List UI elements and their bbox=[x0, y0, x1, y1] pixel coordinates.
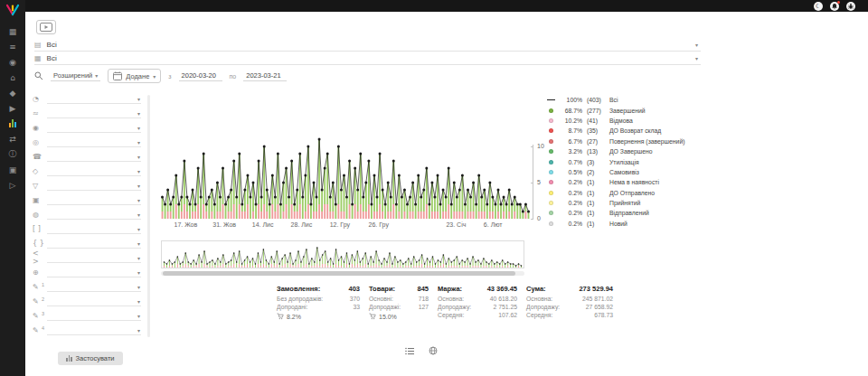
chevron-down-icon: ▾ bbox=[137, 197, 140, 203]
sidebar-item-video[interactable]: ▷ bbox=[0, 177, 25, 193]
legend-item[interactable]: 0.2%(1)Нема в наявності bbox=[546, 177, 741, 187]
debug-button[interactable] bbox=[846, 2, 855, 11]
orders-chart[interactable] bbox=[161, 92, 530, 219]
search-mode-select[interactable]: Розширений ▾ bbox=[51, 70, 100, 81]
legend-percent: 3.2% bbox=[559, 148, 582, 155]
legend-dot-swatch bbox=[546, 221, 556, 226]
filter-select-tags[interactable]: ▾ bbox=[47, 224, 141, 234]
stats-header: Маржа:43 369.45 bbox=[438, 285, 517, 293]
notifications-button[interactable] bbox=[830, 2, 839, 11]
sidebar-item-orders[interactable]: ≡ bbox=[0, 39, 25, 54]
stats-row-value: 370 bbox=[350, 296, 360, 302]
stats-row: Допродажі:127 bbox=[369, 304, 429, 310]
legend-dot-swatch bbox=[546, 170, 556, 174]
legend-item[interactable]: 0.7%(3)Утилізація bbox=[546, 156, 741, 166]
filter-select-params[interactable]: ▾ bbox=[47, 239, 141, 249]
legend-item[interactable]: 3.2%(13)ДО Завершено bbox=[546, 146, 741, 156]
legend-item[interactable]: 6.7%(27)Повернення (завершений) bbox=[546, 136, 741, 146]
channels-icon: ≈ bbox=[33, 109, 44, 118]
legend-label: Всі bbox=[609, 97, 618, 103]
filter-select-funnel[interactable]: ▾ bbox=[47, 181, 141, 191]
filter-panel-scrollbar[interactable] bbox=[147, 95, 150, 337]
stats-row-label: Середня: bbox=[438, 312, 464, 318]
legend-item[interactable]: 0.2%(1)Відправлений bbox=[546, 208, 741, 218]
statuses-filter-select[interactable]: ▤ Всі ▾ bbox=[34, 39, 701, 52]
filter-select-custom-field-4[interactable]: ▾ bbox=[47, 325, 141, 335]
bar-chart-icon bbox=[9, 119, 16, 127]
filter-row-products: ▣▾ bbox=[25, 193, 152, 207]
sidebar-item-dashboard[interactable]: ▦ bbox=[0, 24, 25, 39]
search-icon[interactable] bbox=[34, 71, 43, 80]
filter-select-custom-field-2[interactable]: ▾ bbox=[47, 296, 141, 306]
marketing-icon: ▶ bbox=[10, 104, 16, 113]
filter-select-custom-field-1[interactable]: ▾ bbox=[47, 282, 141, 292]
chart-scrollbar-track[interactable] bbox=[161, 271, 524, 276]
stats-value: 845 bbox=[417, 285, 429, 293]
legend-item[interactable]: 0.5%(2)Самовивіз bbox=[546, 167, 741, 177]
legend-item[interactable]: 0.2%(1)Прийнятий bbox=[546, 198, 741, 208]
legend-count: (1) bbox=[587, 221, 609, 227]
stats-row-label: Допродані: bbox=[277, 304, 307, 310]
header: ▤ Всі ▾ ▦ Всі ▾ Розширений ▾ Додане ▾ з … bbox=[25, 12, 868, 86]
sidebar-item-analytics[interactable] bbox=[0, 116, 25, 131]
view-mode-button[interactable] bbox=[36, 20, 56, 34]
sidebar-item-store[interactable]: ⌂ bbox=[0, 70, 25, 85]
sidebar-item-apps[interactable]: ▣ bbox=[0, 162, 25, 177]
legend-dot-swatch bbox=[546, 180, 556, 184]
filter-select-custom-field-3[interactable]: ▾ bbox=[47, 311, 141, 321]
filter-select-managers[interactable]: ▾ bbox=[47, 137, 141, 147]
sidebar-item-integrations[interactable]: ⇄ bbox=[0, 131, 25, 146]
legend-label: Повернення (завершений) bbox=[609, 138, 684, 145]
filter-select-customers[interactable]: ▾ bbox=[47, 123, 141, 133]
code-icon: < > bbox=[33, 249, 44, 266]
legend-percent: 0.7% bbox=[559, 159, 582, 165]
filter-select-status[interactable]: ▾ bbox=[47, 94, 141, 104]
sidebar-item-info[interactable]: ⓘ bbox=[0, 146, 25, 162]
legend-item[interactable]: 100%(403)Всі bbox=[546, 95, 741, 105]
date-field-select[interactable]: Додане ▾ bbox=[108, 69, 161, 83]
sidebar-item-customers[interactable]: ◉ bbox=[0, 54, 25, 70]
filter-select-target[interactable]: ▾ bbox=[47, 268, 141, 277]
upsell-percent-value: 8.2% bbox=[287, 314, 301, 320]
filter-select-website[interactable]: ▾ bbox=[47, 210, 141, 220]
top-bar: ☾ bbox=[0, 0, 868, 12]
legend-percent: 0.5% bbox=[559, 169, 582, 175]
date-from-input[interactable]: 2020-03-20 bbox=[179, 70, 222, 81]
sidebar-item-products[interactable]: ◆ bbox=[0, 85, 25, 100]
chart-overview-brush[interactable] bbox=[161, 240, 524, 268]
video-icon: ▷ bbox=[10, 181, 16, 190]
legend-item[interactable]: 68.7%(277)Завершений bbox=[546, 105, 741, 115]
legend-item[interactable]: 10.2%(41)Відмова bbox=[546, 116, 741, 126]
legend-item[interactable]: 0.2%(1)Новий bbox=[546, 219, 741, 229]
legend-item[interactable]: 8.7%(35)ДО Возврат склад bbox=[546, 126, 741, 136]
filter-select-region[interactable]: ▾ bbox=[47, 166, 141, 176]
customers-icon: ◉ bbox=[9, 58, 16, 67]
filter-row-custom-field-2: ✎2▾ bbox=[25, 294, 152, 308]
sidebar-item-marketing[interactable]: ▶ bbox=[0, 100, 25, 116]
filter-row-tags: [ ]▾ bbox=[25, 221, 152, 236]
legend-item[interactable]: 0.2%(1)ДО Отправлено bbox=[546, 188, 741, 198]
chevron-down-icon: ▾ bbox=[137, 269, 140, 276]
chart-scrollbar-thumb[interactable] bbox=[163, 271, 515, 276]
filter-select-code[interactable]: ▾ bbox=[47, 253, 141, 263]
categories-filter-select[interactable]: ▦ Всі ▾ bbox=[34, 52, 701, 65]
params-icon: { } bbox=[33, 240, 44, 248]
list-view-button[interactable] bbox=[405, 347, 414, 355]
stats-value: 273 529.94 bbox=[579, 285, 613, 293]
filter-select-phone[interactable]: ▾ bbox=[47, 152, 141, 162]
globe-view-button[interactable] bbox=[429, 346, 438, 355]
chevron-down-icon: ▾ bbox=[137, 255, 140, 261]
stats-row-label: Середня: bbox=[526, 312, 552, 318]
apply-filters-button[interactable]: Застосувати bbox=[58, 352, 123, 365]
stats-row: Основна:40 618.20 bbox=[438, 296, 517, 302]
statuses-icon: ▤ bbox=[34, 41, 42, 49]
date-to-input[interactable]: 2023-03-21 bbox=[243, 70, 287, 81]
bug-icon bbox=[847, 3, 854, 10]
filter-select-products[interactable]: ▾ bbox=[47, 195, 141, 205]
chevron-down-icon: ▾ bbox=[137, 168, 140, 174]
theme-toggle-button[interactable]: ☾ bbox=[814, 2, 823, 11]
stats-header: Товари:845 bbox=[369, 285, 429, 293]
info-icon: ⓘ bbox=[9, 148, 17, 160]
filter-select-channels[interactable]: ▾ bbox=[47, 108, 141, 118]
legend-label: Завершений bbox=[609, 108, 646, 114]
